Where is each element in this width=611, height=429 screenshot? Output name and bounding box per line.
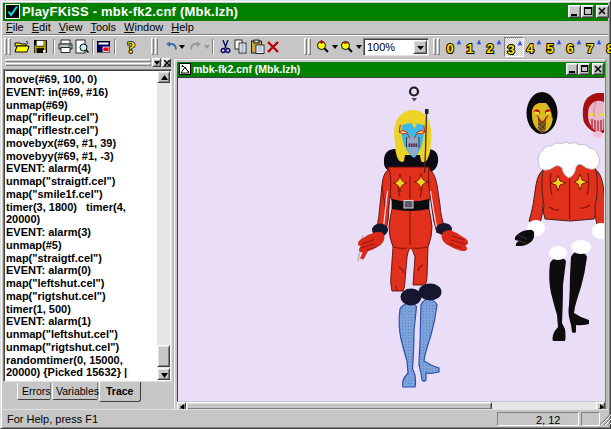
svg-text:0: 0 <box>447 41 454 56</box>
svg-text:4: 4 <box>527 41 535 56</box>
svg-text:6: 6 <box>567 41 574 56</box>
svg-text:7: 7 <box>587 41 594 56</box>
svg-text:5: 5 <box>547 41 554 56</box>
svg-text:3: 3 <box>508 42 515 57</box>
svg-text:1: 1 <box>467 41 474 56</box>
svg-text:2: 2 <box>487 41 494 56</box>
svg-text:?: ? <box>127 38 136 56</box>
svg-text:8: 8 <box>607 41 611 56</box>
